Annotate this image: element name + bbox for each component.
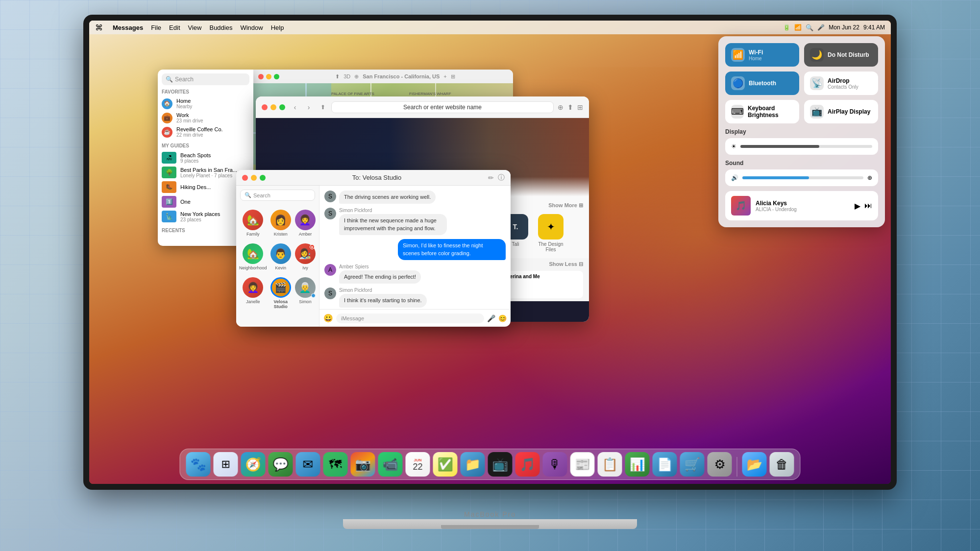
dock-launchpad[interactable]: ⊞ (214, 452, 238, 477)
maps-zoom-out[interactable]: ⊞ (451, 73, 455, 80)
messages-info-icon[interactable]: ⓘ (498, 173, 505, 182)
chat-emoji-icon[interactable]: 😊 (498, 314, 507, 322)
safari-minimize-button[interactable] (270, 104, 276, 110)
maps-share-icon[interactable]: ⬆ (335, 73, 340, 80)
menubar-window[interactable]: Window (240, 24, 263, 31)
dock-settings[interactable]: ⚙ (708, 452, 732, 477)
safari-fullscreen-btn[interactable]: ⊞ (577, 103, 583, 111)
cc-bluetooth-tile[interactable]: 🔵 Bluetooth (725, 72, 799, 95)
apple-menu-icon[interactable]: ⌘ (95, 23, 103, 32)
dock-appletv[interactable]: 📺 (488, 452, 513, 477)
menubar-buddies[interactable]: Buddies (209, 24, 232, 31)
messages-search-box[interactable]: 🔍 Search (240, 190, 315, 201)
dock-news[interactable]: 📰 (570, 452, 595, 477)
safari-share-btn[interactable]: ⬆ (567, 103, 573, 111)
safari-show-less-btn[interactable]: Show Less ⊟ (549, 261, 583, 268)
messages-close-button[interactable] (242, 175, 248, 181)
messages-contact-velosa[interactable]: 🎬 Velosa Studio (269, 274, 293, 312)
dock-music[interactable]: 🎵 (515, 452, 540, 477)
messages-minimize-button[interactable] (251, 175, 257, 181)
messages-avatar-janelle: 👩‍🦱 (243, 277, 263, 298)
messages-contact-janelle[interactable]: 👩‍🦱 Janelle (238, 274, 268, 312)
messages-contact-neighborhood[interactable]: 🏡 Neighborhood (238, 240, 268, 273)
dock-messages[interactable]: 💬 (269, 452, 293, 477)
chat-input-field[interactable]: iMessage (336, 313, 484, 323)
cc-airdrop-tile[interactable]: 📡 AirDrop Contacts Only (804, 72, 878, 95)
cc-keyboard-tile[interactable]: ⌨ Keyboard Brightness (725, 100, 799, 123)
messages-contact-kristen[interactable]: 👩 Kristen (269, 207, 293, 240)
battery-icon[interactable]: 🔋 (783, 24, 790, 31)
chat-audio-icon[interactable]: 🎤 (487, 314, 495, 322)
maps-home-item[interactable]: 🏠 Home Nearby (162, 96, 249, 111)
messages-compose-icon[interactable]: ✏ (488, 174, 494, 182)
safari-close-button[interactable] (262, 104, 268, 110)
dock-finder[interactable]: 🐾 (186, 452, 211, 477)
dock-photos[interactable]: 📷 (351, 452, 375, 477)
cc-sound-icon-btn[interactable]: ⊕ (867, 174, 872, 181)
cc-next-icon[interactable]: ⏭ (864, 201, 872, 211)
messages-contact-simon[interactable]: 👨‍🦳 Simon (294, 274, 317, 312)
safari-share-icon[interactable]: ⬆ (320, 104, 325, 111)
safari-new-tab-icon[interactable]: ⊕ (558, 103, 564, 111)
dock-tasks[interactable]: 📋 (598, 452, 622, 477)
menubar-help[interactable]: Help (271, 24, 284, 31)
dock-appstore[interactable]: 🛒 (680, 452, 705, 477)
safari-show-more[interactable]: Show More ⊞ (548, 202, 583, 210)
dock-mail[interactable]: ✉ (296, 452, 320, 477)
maps-search-placeholder[interactable]: Search (175, 76, 194, 83)
dock-calendar-date: 22 (413, 462, 422, 471)
maps-3d-label[interactable]: 3D (343, 73, 350, 79)
messages-maximize-button[interactable] (260, 175, 266, 181)
maps-beach-item[interactable]: 🏖 Beach Spots 9 places (162, 150, 249, 165)
maps-search-box[interactable]: 🔍 Search (162, 73, 249, 85)
maximize-button[interactable] (274, 74, 279, 79)
dock-numbers[interactable]: 📊 (625, 452, 650, 477)
safari-url-bar[interactable]: Search or enter website name (331, 101, 554, 113)
chat-memoji-icon[interactable]: 😀 (323, 313, 333, 323)
dock-maps[interactable]: 🗺 (323, 452, 348, 477)
maps-parks-title: Best Parks in San Fra... (180, 167, 237, 173)
dock-folder[interactable]: 📂 (742, 452, 767, 477)
menubar-app-name[interactable]: Messages (113, 24, 143, 31)
dock-files[interactable]: 📁 (461, 452, 485, 477)
maps-compass-icon[interactable]: ⊕ (354, 73, 359, 80)
maps-work-item[interactable]: 💼 Work 23 min drive (162, 111, 249, 125)
safari-nav-buttons: ‹ › (289, 103, 315, 111)
safari-back-button[interactable]: ‹ (289, 103, 301, 111)
messages-contact-ivy[interactable]: 👩‍🎨 ♥ Ivy (294, 240, 317, 273)
cc-volume-icon: 🔊 (731, 174, 738, 181)
cc-dnd-icon: 🌙 (810, 48, 824, 62)
messages-contact-amber[interactable]: 👩‍🦱 Amber (294, 207, 317, 240)
cc-wifi-tile[interactable]: 📶 Wi-Fi Home (725, 43, 799, 67)
messages-titlebar: To: Velosa Studio ✏ ⓘ (236, 170, 511, 186)
maps-zoom-in[interactable]: + (443, 73, 446, 79)
cc-now-playing[interactable]: 🎵 Alicia Keys ALICIA - Underdog ▶ ⏭ (725, 191, 878, 220)
dock-pages[interactable]: 📄 (653, 452, 677, 477)
minimize-button[interactable] (266, 74, 271, 79)
dock-facetime[interactable]: 📹 (378, 452, 403, 477)
maps-coffee-item[interactable]: ☕ Reveille Coffee Co. 22 min drive (162, 125, 249, 139)
dock-notes[interactable]: ✅ (433, 452, 458, 477)
cc-airplay-tile[interactable]: 📺 AirPlay Display (804, 100, 878, 123)
dock-safari[interactable]: 🧭 (241, 452, 266, 477)
dock-trash[interactable]: 🗑 (770, 452, 794, 477)
cc-display-slider[interactable] (740, 145, 872, 148)
close-button[interactable] (258, 74, 264, 79)
siri-icon[interactable]: 🎤 (817, 24, 825, 31)
menubar-view[interactable]: View (188, 24, 202, 31)
messages-contact-family[interactable]: 🏡 Family (238, 207, 268, 240)
cc-sound-slider[interactable] (742, 176, 863, 179)
dock-podcasts[interactable]: 🎙 (543, 452, 567, 477)
dock-calendar[interactable]: Jun 22 (406, 452, 430, 477)
cc-play-icon[interactable]: ▶ (855, 201, 860, 211)
wifi-icon[interactable]: 📶 (794, 24, 802, 31)
menubar-file[interactable]: File (151, 24, 161, 31)
messages-contact-kevin[interactable]: 👨 Kevin (269, 240, 293, 273)
cc-song-title: Alicia Keys (756, 200, 850, 207)
safari-forward-button[interactable]: › (303, 103, 315, 111)
menubar-edit[interactable]: Edit (169, 24, 180, 31)
search-icon-menubar[interactable]: 🔍 (806, 24, 813, 31)
safari-fav-design[interactable]: ✦ The Design Files (536, 214, 565, 252)
safari-maximize-button[interactable] (279, 104, 285, 110)
cc-dnd-tile[interactable]: 🌙 Do Not Disturb (804, 43, 878, 67)
